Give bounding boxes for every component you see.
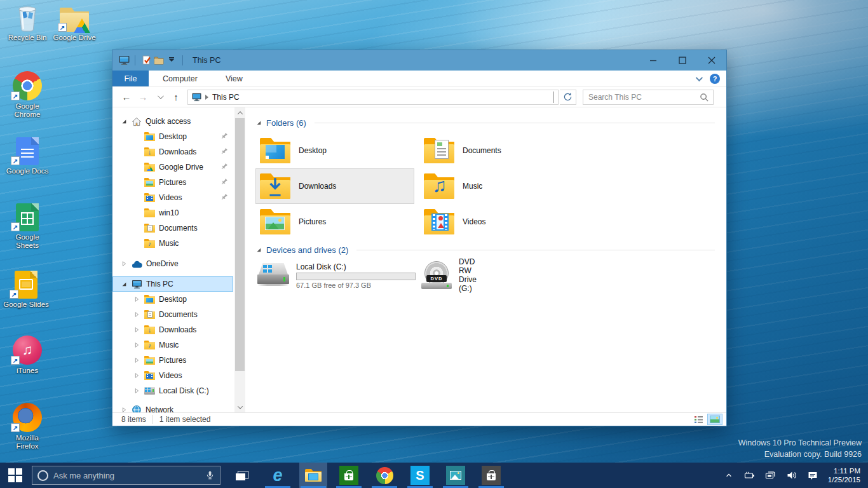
thumbnails-view-button[interactable]: [707, 414, 722, 425]
taskbar-internet-explorer[interactable]: e: [264, 463, 292, 488]
desktop-icon-google-drive[interactable]: ↗ Google Drive: [50, 3, 99, 42]
sidebar-item-network[interactable]: Network: [112, 402, 234, 412]
collapsed-caret-icon[interactable]: [133, 342, 140, 348]
collapsed-caret-icon[interactable]: [120, 261, 128, 267]
collapsed-caret-icon[interactable]: [133, 357, 140, 363]
forward-button[interactable]: →: [135, 90, 151, 105]
sidebar-item-pictures-qa[interactable]: Pictures: [112, 175, 234, 190]
taskbar-file-explorer[interactable]: [299, 463, 327, 488]
taskbar-search-input[interactable]: [53, 471, 200, 480]
sidebar-item-win10[interactable]: win10: [112, 205, 234, 220]
taskbar-store-green[interactable]: [335, 463, 363, 488]
sidebar-item-downloads-pc[interactable]: ↓ Downloads: [112, 322, 234, 337]
collapsed-caret-icon[interactable]: [133, 388, 140, 394]
sidebar-item-pictures-pc[interactable]: Pictures: [112, 353, 234, 368]
search-icon[interactable]: [700, 93, 709, 105]
folder-tile-downloads[interactable]: Downloads: [255, 168, 414, 204]
sidebar-item-videos-pc[interactable]: Videos: [112, 368, 234, 383]
group-collapse-caret-icon[interactable]: [255, 119, 262, 126]
qat-customize-dropdown[interactable]: [165, 53, 178, 67]
microphone-icon[interactable]: [205, 470, 215, 480]
title-bar[interactable]: This PC: [112, 50, 726, 71]
desktop-icon-google-slides[interactable]: ↗ Google Slides: [1, 269, 51, 309]
dvd-label: DVD: [426, 275, 447, 282]
sidebar-item-desktop-qa[interactable]: Desktop: [112, 129, 234, 144]
desktop-icon-google-docs[interactable]: ↗ Google Docs: [3, 136, 52, 175]
sidebar-item-local-disk[interactable]: Local Disk (C:): [112, 383, 234, 398]
sidebar-item-downloads-qa[interactable]: ↓ Downloads: [112, 144, 234, 159]
desktop-icon-google-chrome[interactable]: ↗ Google Chrome: [3, 71, 52, 119]
network-icon[interactable]: [765, 470, 776, 481]
expanded-caret-icon[interactable]: [120, 281, 128, 287]
tab-view[interactable]: View: [212, 71, 257, 86]
folder-tile-videos[interactable]: Videos: [419, 204, 578, 240]
breadcrumb[interactable]: This PC: [212, 93, 240, 102]
taskbar-chrome[interactable]: [370, 463, 398, 488]
collapsed-caret-icon[interactable]: [120, 407, 128, 412]
taskbar-photos[interactable]: [442, 463, 470, 488]
show-hidden-icons-button[interactable]: [723, 470, 735, 481]
folder-tile-pictures[interactable]: Pictures: [255, 204, 414, 240]
sidebar-item-documents-pc[interactable]: Documents: [112, 307, 234, 322]
address-bar[interactable]: This PC: [187, 90, 559, 105]
drive-tile-dvd[interactable]: DVD DVD RW Drive (G:): [419, 261, 451, 289]
taskbar-store-gray[interactable]: [477, 463, 505, 488]
collapsed-caret-icon[interactable]: [133, 327, 140, 333]
sidebar-item-music-qa[interactable]: ♪ Music: [112, 236, 234, 251]
scroll-down-arrow[interactable]: [234, 402, 245, 412]
folder-tile-music[interactable]: ♫ Music: [419, 168, 578, 204]
sidebar-item-music-pc[interactable]: ♪ Music: [112, 337, 234, 353]
folder-tile-documents[interactable]: Documents: [419, 133, 578, 168]
close-button[interactable]: [697, 50, 726, 71]
group-collapse-caret-icon[interactable]: [255, 247, 262, 253]
sidebar-item-quick-access[interactable]: Quick access: [112, 114, 234, 129]
sidebar-scrollbar[interactable]: [234, 107, 245, 412]
help-icon[interactable]: ?: [710, 74, 720, 84]
collapsed-caret-icon[interactable]: [133, 372, 140, 379]
back-button[interactable]: ←: [119, 90, 134, 105]
action-center-icon[interactable]: [807, 470, 818, 481]
refresh-button[interactable]: [560, 90, 576, 105]
music-note-glyph: ♫: [22, 342, 33, 358]
expand-ribbon-chevron-icon[interactable]: [696, 74, 703, 81]
scrollbar-thumb[interactable]: [235, 118, 245, 371]
qat-properties-button[interactable]: [140, 53, 153, 67]
cortana-search-box[interactable]: [32, 466, 220, 485]
start-button[interactable]: [0, 463, 31, 488]
address-dropdown-icon[interactable]: [553, 92, 554, 103]
up-button[interactable]: ↑: [168, 90, 184, 105]
minimize-button[interactable]: [639, 50, 668, 71]
sidebar-item-desktop-pc[interactable]: Desktop: [112, 292, 234, 307]
desktop-icon-mozilla-firefox[interactable]: ↗ Mozilla Firefox: [3, 403, 52, 451]
qat-new-folder-button[interactable]: [153, 53, 165, 67]
desktop-icon-itunes[interactable]: ♫ ↗ iTunes: [3, 336, 52, 375]
search-box[interactable]: [583, 90, 714, 105]
battery-icon[interactable]: [744, 470, 756, 481]
details-view-button[interactable]: [691, 414, 706, 425]
sidebar-item-videos-qa[interactable]: Videos: [112, 190, 234, 205]
scroll-up-arrow[interactable]: [234, 107, 245, 118]
desktop-icon-recycle-bin[interactable]: Recycle Bin: [3, 3, 52, 42]
sidebar-item-google-drive[interactable]: Google Drive: [112, 159, 234, 175]
desktop-icon-google-sheets[interactable]: ↗ Google Sheets: [3, 202, 52, 250]
expanded-caret-icon[interactable]: [120, 118, 128, 125]
search-input[interactable]: [583, 93, 713, 102]
tab-computer[interactable]: Computer: [149, 71, 212, 86]
recent-locations-dropdown[interactable]: [152, 90, 167, 105]
system-menu-computer-icon[interactable]: [118, 53, 130, 67]
collapsed-caret-icon[interactable]: [133, 311, 140, 318]
group-header-folders[interactable]: Folders (6): [255, 116, 715, 129]
group-header-devices[interactable]: Devices and drives (2): [255, 243, 715, 256]
folder-tile-desktop[interactable]: Desktop: [255, 133, 414, 168]
volume-icon[interactable]: [786, 470, 797, 481]
tab-file[interactable]: File: [112, 71, 149, 86]
sidebar-item-this-pc[interactable]: This PC: [112, 276, 233, 292]
taskbar-skype[interactable]: S: [406, 463, 434, 488]
sidebar-item-onedrive[interactable]: OneDrive: [112, 256, 234, 271]
sidebar-item-documents-qa[interactable]: Documents: [112, 220, 234, 236]
drive-tile-local-disk[interactable]: Local Disk (C:) 67.1 GB free of 97.3 GB: [255, 261, 414, 289]
maximize-button[interactable]: [668, 50, 697, 71]
taskbar-clock[interactable]: 1:11 PM 1/25/2015: [828, 466, 860, 484]
task-view-button[interactable]: [228, 463, 256, 488]
collapsed-caret-icon[interactable]: [133, 296, 140, 302]
